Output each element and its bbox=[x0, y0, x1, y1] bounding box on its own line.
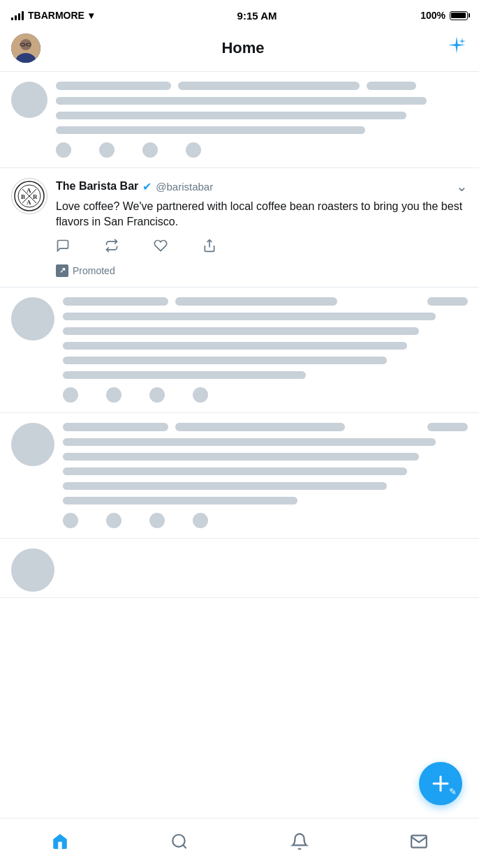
skeleton-line bbox=[427, 297, 468, 306]
skeleton-actions-2 bbox=[63, 387, 468, 403]
skeleton-actions bbox=[56, 142, 468, 158]
svg-text:A: A bbox=[27, 187, 31, 194]
signal-icon bbox=[11, 10, 24, 20]
skeleton-line bbox=[56, 126, 365, 134]
skeleton-avatar-3 bbox=[11, 423, 54, 466]
share-icon[interactable] bbox=[202, 239, 216, 256]
reply-icon[interactable] bbox=[56, 239, 70, 256]
status-bar: TBARMORE ▾ 9:15 AM 100% bbox=[0, 0, 479, 28]
skeleton-content-3 bbox=[63, 423, 468, 528]
carrier-label: TBARMORE bbox=[28, 10, 84, 21]
skeleton-line bbox=[56, 97, 427, 105]
svg-line-18 bbox=[183, 845, 186, 848]
promoted-label: Promoted bbox=[73, 265, 115, 276]
skeleton-action-dot bbox=[193, 513, 208, 528]
skeleton-tweet-partial bbox=[0, 539, 479, 598]
svg-text:B: B bbox=[21, 193, 25, 200]
skeleton-tweet-1 bbox=[0, 72, 479, 168]
skeleton-line bbox=[63, 467, 407, 475]
skeleton-tweet-3 bbox=[0, 413, 479, 539]
skeleton-line bbox=[63, 313, 436, 320]
app-header: Home bbox=[0, 28, 479, 72]
like-icon[interactable] bbox=[154, 239, 168, 256]
skeleton-action-dot bbox=[63, 513, 78, 528]
skeleton-content-2 bbox=[63, 297, 468, 403]
skeleton-line bbox=[175, 297, 337, 306]
tweet-actions bbox=[56, 239, 468, 256]
skeleton-content-partial bbox=[63, 548, 468, 592]
svg-point-17 bbox=[173, 835, 185, 846]
retweet-icon[interactable] bbox=[105, 239, 119, 256]
skeleton-action-dot bbox=[142, 142, 158, 158]
promoted-tweet: B R A A The Barista Bar ✔ @baristabar ⌄ … bbox=[0, 168, 479, 287]
skeleton-action-dot bbox=[63, 387, 78, 403]
sparkle-icon[interactable] bbox=[445, 35, 468, 62]
status-left: TBARMORE ▾ bbox=[11, 10, 94, 21]
skeleton-line bbox=[63, 453, 419, 461]
skeleton-content-1 bbox=[56, 82, 468, 158]
nav-notifications[interactable] bbox=[279, 827, 320, 860]
skeleton-avatar-1 bbox=[11, 82, 47, 118]
skeleton-actions-3 bbox=[63, 513, 468, 528]
skeleton-line bbox=[367, 82, 416, 90]
skeleton-tweet-2 bbox=[0, 287, 479, 413]
promoted-row: ↗ Promoted bbox=[56, 264, 468, 277]
skeleton-action-dot bbox=[186, 142, 201, 158]
verified-badge-icon: ✔ bbox=[142, 180, 152, 193]
tweet-header: The Barista Bar ✔ @baristabar ⌄ bbox=[56, 178, 468, 195]
tweet-name-row: The Barista Bar ✔ @baristabar bbox=[56, 180, 213, 193]
skeleton-line bbox=[56, 82, 171, 90]
bottom-nav bbox=[0, 818, 479, 868]
skeleton-line bbox=[63, 423, 168, 431]
skeleton-avatar-2 bbox=[11, 297, 54, 341]
tweet-menu-chevron[interactable]: ⌄ bbox=[456, 178, 468, 195]
nav-search[interactable] bbox=[159, 827, 200, 860]
skeleton-line bbox=[63, 357, 387, 364]
svg-text:A: A bbox=[27, 199, 31, 206]
skeleton-action-dot bbox=[99, 142, 115, 158]
skeleton-action-dot bbox=[106, 513, 121, 528]
barista-avatar[interactable]: B R A A bbox=[11, 178, 47, 214]
skeleton-line bbox=[63, 482, 387, 490]
skeleton-line bbox=[178, 82, 360, 90]
skeleton-line bbox=[175, 423, 346, 431]
tweet-handle: @baristabar bbox=[156, 181, 213, 193]
nav-messages[interactable] bbox=[398, 827, 440, 860]
skeleton-line bbox=[63, 438, 436, 446]
skeleton-line bbox=[63, 327, 419, 335]
user-avatar[interactable] bbox=[11, 33, 40, 63]
skeleton-line bbox=[63, 297, 168, 306]
svg-text:R: R bbox=[33, 193, 38, 200]
messages-icon bbox=[410, 832, 428, 855]
skeleton-line bbox=[427, 423, 468, 431]
tweet-body: The Barista Bar ✔ @baristabar ⌄ Love cof… bbox=[56, 178, 468, 277]
notifications-icon bbox=[290, 832, 309, 855]
tweet-author-name: The Barista Bar bbox=[56, 180, 138, 193]
home-icon bbox=[51, 832, 69, 855]
skeleton-action-dot bbox=[149, 513, 165, 528]
skeleton-line bbox=[63, 342, 407, 350]
avatar-image bbox=[11, 33, 40, 63]
promoted-icon: ↗ bbox=[56, 264, 68, 277]
skeleton-line bbox=[63, 497, 297, 504]
skeleton-action-dot bbox=[106, 387, 121, 403]
skeleton-line bbox=[56, 112, 406, 119]
skeleton-action-dot bbox=[56, 142, 71, 158]
skeleton-action-dot bbox=[149, 387, 165, 403]
search-icon bbox=[170, 832, 189, 855]
tweet-text: Love coffee? We've partnered with local … bbox=[56, 199, 468, 230]
skeleton-action-dot bbox=[193, 387, 208, 403]
compose-button[interactable]: ✎ bbox=[419, 762, 462, 805]
battery-icon bbox=[450, 11, 468, 20]
nav-home[interactable] bbox=[39, 827, 81, 860]
wifi-icon: ▾ bbox=[89, 10, 94, 21]
battery-percent: 100% bbox=[420, 10, 445, 21]
page-title: Home bbox=[221, 39, 264, 57]
status-right: 100% bbox=[420, 10, 468, 21]
skeleton-line bbox=[63, 371, 306, 379]
skeleton-avatar-partial bbox=[11, 548, 54, 592]
status-time: 9:15 AM bbox=[237, 10, 277, 22]
